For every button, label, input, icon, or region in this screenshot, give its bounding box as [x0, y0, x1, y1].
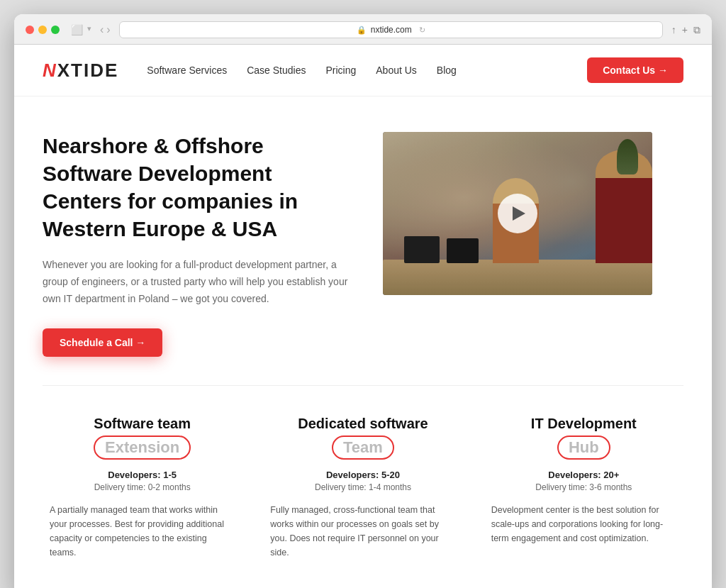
service-team: Dedicated software Team Developers: 5-20… — [263, 414, 462, 560]
contact-us-button[interactable]: Contact Us → — [587, 57, 683, 83]
address-bar[interactable]: 🔒 nxtide.com ↻ — [119, 21, 663, 38]
play-button[interactable] — [498, 194, 537, 233]
video-overlay — [383, 132, 652, 295]
window-controls: ⬜ ▾ — [71, 24, 91, 35]
hero-section: Nearshore & Offshore Software Developmen… — [14, 96, 712, 385]
tab-overview-icon[interactable]: ⧉ — [693, 24, 700, 36]
services-section: Software team Extension Developers: 1-5 … — [14, 386, 712, 588]
service-hub: IT Development Hub Developers: 20+ Deliv… — [484, 414, 683, 560]
service-3-meta: Developers: 20+ Delivery time: 3-6 month… — [491, 470, 676, 493]
nav-software-services[interactable]: Software Services — [147, 65, 227, 76]
service-3-delivery: Delivery time: 3-6 months — [535, 482, 632, 492]
service-1-meta: Developers: 1-5 Delivery time: 0-2 month… — [50, 470, 235, 493]
service-3-description: Development center is the best solution … — [491, 503, 676, 545]
logo-n: N — [43, 60, 57, 81]
minimize-button[interactable] — [38, 26, 47, 34]
service-3-title: IT Development — [491, 414, 676, 433]
service-3-developers: Developers: 20+ — [491, 470, 676, 480]
close-button[interactable] — [26, 26, 34, 34]
service-1-delivery: Delivery time: 0-2 months — [94, 482, 191, 492]
nav-links: Software Services Case Studies Pricing A… — [147, 64, 587, 77]
hero-video[interactable] — [383, 132, 652, 295]
service-2-delivery: Delivery time: 1-4 months — [315, 482, 411, 492]
browser-actions: ↑ + ⧉ — [671, 24, 700, 36]
url-text: nxtide.com — [371, 25, 412, 35]
browser-chrome: ⬜ ▾ ‹ › 🔒 nxtide.com ↻ ↑ + ⧉ — [14, 14, 712, 45]
browser-window: ⬜ ▾ ‹ › 🔒 nxtide.com ↻ ↑ + ⧉ NXTIDE — [14, 14, 712, 588]
service-2-title: Dedicated software — [270, 414, 455, 433]
service-2-meta: Developers: 5-20 Delivery time: 1-4 mont… — [270, 470, 455, 493]
nav-about-us[interactable]: About Us — [376, 65, 417, 76]
service-2-developers: Developers: 5-20 — [270, 470, 455, 480]
nav-controls: ‹ › — [100, 23, 111, 36]
schedule-call-button[interactable]: Schedule a Call → — [43, 328, 162, 357]
website-content: NXTIDE Software Services Case Studies Pr… — [14, 45, 712, 588]
logo-xt: XT — [57, 60, 84, 81]
logo-ide: IDE — [84, 60, 118, 81]
sidebar-toggle-icon[interactable]: ⬜ — [71, 24, 83, 35]
lock-icon: 🔒 — [357, 26, 367, 35]
nav-pricing[interactable]: Pricing — [325, 65, 356, 76]
hero-description: Whenever you are looking for a full-prod… — [43, 257, 354, 307]
service-1-title: Software team — [50, 414, 235, 433]
service-1-developers: Developers: 1-5 — [50, 470, 235, 480]
nav-case-studies[interactable]: Case Studies — [247, 65, 306, 76]
service-1-description: A partially managed team that works with… — [50, 503, 235, 560]
traffic-lights — [26, 26, 60, 34]
maximize-button[interactable] — [51, 26, 60, 34]
nav-blog[interactable]: Blog — [437, 65, 457, 76]
forward-button[interactable]: › — [106, 23, 110, 36]
service-3-highlight: Hub — [557, 436, 610, 460]
new-tab-icon[interactable]: + — [682, 24, 688, 36]
navbar: NXTIDE Software Services Case Studies Pr… — [14, 45, 712, 96]
share-icon[interactable]: ↑ — [671, 24, 676, 36]
reload-icon[interactable]: ↻ — [419, 26, 425, 35]
back-button[interactable]: ‹ — [100, 23, 104, 36]
service-1-highlight: Extension — [94, 436, 191, 460]
hero-title: Nearshore & Offshore Software Developmen… — [43, 132, 354, 243]
service-2-description: Fully managed, cross-functional team tha… — [270, 503, 455, 560]
service-2-highlight: Team — [332, 436, 394, 460]
service-extension: Software team Extension Developers: 1-5 … — [43, 414, 242, 560]
hero-content: Nearshore & Offshore Software Developmen… — [43, 132, 354, 357]
logo[interactable]: NXTIDE — [43, 60, 118, 82]
